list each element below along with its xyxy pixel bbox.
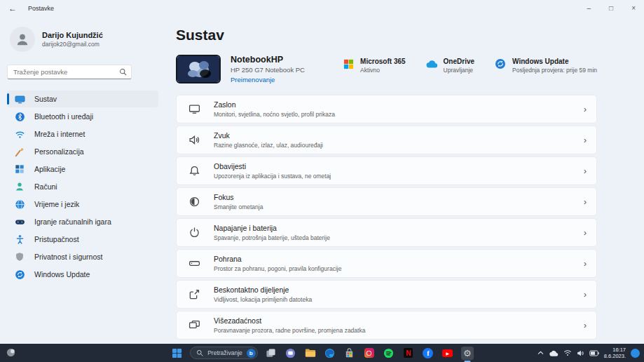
widgets-icon[interactable] — [6, 347, 17, 358]
status-title: Microsoft 365 — [360, 58, 405, 65]
row-text: Napajanje i baterija Spavanje, potrošnja… — [214, 224, 330, 241]
row-title: Fokus — [214, 193, 263, 201]
sidebar-item-pristupacnost[interactable]: Pristupačnost — [7, 231, 158, 248]
personalization-icon — [14, 146, 25, 157]
status-onedrive[interactable]: OneDrive Upravljanje — [425, 58, 474, 74]
back-button[interactable]: ← — [8, 4, 17, 13]
row-visezadacnost[interactable]: Višezadaćnost Poravnavanje prozora, radn… — [176, 311, 597, 340]
status-windows-update[interactable]: Windows Update Posljednja provjera: prij… — [494, 58, 597, 74]
row-subtitle: Smanjite ometanja — [214, 203, 263, 210]
accounts-icon — [14, 181, 25, 192]
row-text: Zaslon Monitori, svjetlina, noćno svjetl… — [214, 100, 335, 118]
search-icon — [119, 68, 127, 76]
chevron-right-icon: › — [584, 197, 587, 206]
notifications-icon — [189, 165, 200, 177]
desktop-screen: ← Postavke – □ × Darijo Kujundžić darijo… — [0, 0, 644, 362]
sidebar-item-label: Privatnost i sigurnost — [34, 253, 102, 261]
tray-battery-icon[interactable] — [589, 350, 599, 356]
tray-chevron-up-icon[interactable] — [537, 351, 544, 355]
sidebar-item-privatnost[interactable]: Privatnost i sigurnost — [7, 248, 158, 265]
facebook-icon[interactable]: f — [422, 347, 434, 360]
row-text: Beskontaktno dijeljenje Vidljivost, loka… — [214, 286, 312, 303]
accessibility-icon — [14, 234, 25, 245]
row-zvuk[interactable]: Zvuk Razine glasnoće, izlaz, ulaz, audio… — [176, 126, 597, 154]
spotify-icon[interactable] — [383, 347, 395, 360]
settings-app-icon[interactable]: ⚙ — [461, 347, 474, 360]
sidebar-item-label: Aplikacije — [34, 165, 65, 173]
status-subtitle: Aktivno — [360, 67, 405, 74]
row-fokus[interactable]: Fokus Smanjite ometanja › — [176, 187, 597, 216]
start-button[interactable] — [170, 347, 183, 360]
privacy-icon — [14, 251, 25, 262]
user-email: darijok20@gmail.com — [42, 41, 103, 48]
chevron-right-icon: › — [584, 259, 587, 268]
sidebar-item-windows-update[interactable]: Windows Update — [7, 266, 158, 283]
page-title: Sustav — [176, 27, 644, 43]
row-pohrana[interactable]: Pohrana Prostor za pohranu, pogoni, prav… — [176, 249, 597, 278]
row-text: Obavijesti Upozorenja iz aplikacija i su… — [214, 162, 331, 180]
sidebar-item-sustav[interactable]: Sustav — [7, 90, 158, 107]
device-name: NotebookHP — [231, 55, 305, 65]
row-subtitle: Prostor za pohranu, pogoni, pravila konf… — [214, 265, 341, 272]
chevron-right-icon: › — [584, 105, 587, 114]
row-title: Obavijesti — [214, 162, 331, 170]
maximize-button[interactable]: □ — [609, 5, 613, 12]
window-titlebar: ← Postavke – □ × — [0, 0, 644, 17]
device-thumbnail — [176, 55, 221, 83]
file-explorer-icon[interactable] — [304, 347, 317, 360]
power-icon — [189, 227, 200, 239]
sidebar-item-igranje[interactable]: Igranje računalnih igara — [7, 213, 158, 230]
user-profile[interactable]: Darijo Kujundžić darijok20@gmail.com — [10, 27, 158, 52]
row-text: Fokus Smanjite ometanja — [214, 193, 263, 210]
taskbar-search[interactable]: Pretraživanje b — [190, 347, 258, 359]
sidebar-item-racuni[interactable]: Računi — [7, 178, 158, 195]
sidebar-item-mreza[interactable]: Mreža i internet — [7, 126, 158, 142]
row-zaslon[interactable]: Zaslon Monitori, svjetlina, noćno svjetl… — [176, 95, 597, 123]
sidebar-item-personalizacija[interactable]: Personalizacija — [7, 143, 158, 160]
onedrive-icon — [425, 58, 438, 70]
row-napajanje[interactable]: Napajanje i baterija Spavanje, potrošnja… — [176, 218, 597, 247]
nearby-share-icon — [189, 288, 200, 300]
row-title: Višezadaćnost — [214, 316, 365, 325]
row-text: Pohrana Prostor za pohranu, pogoni, prav… — [214, 255, 341, 272]
notification-badge[interactable] — [631, 349, 640, 358]
instagram-icon[interactable] — [363, 347, 376, 360]
status-subtitle: Posljednja provjera: prije 59 min — [512, 67, 597, 74]
system-icon — [14, 93, 25, 105]
row-subtitle: Poravnavanje prozora, radne površine, pr… — [214, 327, 365, 334]
chevron-right-icon: › — [584, 290, 587, 299]
sidebar-item-label: Sustav — [34, 95, 57, 103]
row-title: Napajanje i baterija — [214, 224, 330, 232]
avatar — [10, 27, 35, 52]
tray-volume-icon[interactable] — [577, 349, 584, 357]
chevron-right-icon: › — [584, 321, 587, 330]
sidebar-item-label: Vrijeme i jezik — [34, 200, 79, 208]
row-beskontaktno[interactable]: Beskontaktno dijeljenje Vidljivost, loka… — [176, 280, 597, 309]
tray-time: 16:17 — [604, 347, 626, 353]
status-subtitle: Upravljanje — [444, 67, 474, 74]
edge-browser-icon[interactable] — [324, 347, 336, 360]
search-input[interactable] — [7, 65, 132, 79]
apps-icon — [14, 163, 25, 175]
status-microsoft-365[interactable]: Microsoft 365 Aktivno — [342, 58, 405, 74]
youtube-icon[interactable]: ▶ — [441, 347, 454, 360]
tray-wifi-icon[interactable] — [563, 349, 572, 356]
status-strip: Microsoft 365 Aktivno OneDrive Upravljan… — [342, 55, 597, 74]
tray-clock[interactable]: 16:17 8.6.2023. — [604, 347, 626, 360]
chat-app-icon[interactable] — [285, 347, 297, 360]
task-view-button[interactable] — [265, 347, 278, 360]
sidebar-item-bluetooth[interactable]: Bluetooth i uređaji — [7, 108, 158, 125]
minimize-button[interactable]: – — [587, 5, 591, 12]
row-obavijesti[interactable]: Obavijesti Upozorenja iz aplikacija i su… — [176, 156, 597, 185]
taskbar-apps: Pretraživanje b — [170, 347, 474, 360]
netflix-icon[interactable]: N — [402, 347, 415, 360]
display-icon — [189, 103, 200, 115]
tray-onedrive-icon[interactable] — [549, 350, 559, 356]
rename-link[interactable]: Preimenovanje — [231, 76, 305, 83]
focus-icon — [189, 196, 200, 208]
microsoft-store-icon[interactable] — [343, 347, 356, 360]
sidebar-item-aplikacije[interactable]: Aplikacije — [7, 161, 158, 177]
sidebar-item-vrijeme[interactable]: Vrijeme i jezik — [7, 196, 158, 213]
close-button[interactable]: × — [631, 5, 636, 12]
settings-main: Sustav NotebookHP HP 250 G7 Notebook PC … — [167, 17, 644, 344]
